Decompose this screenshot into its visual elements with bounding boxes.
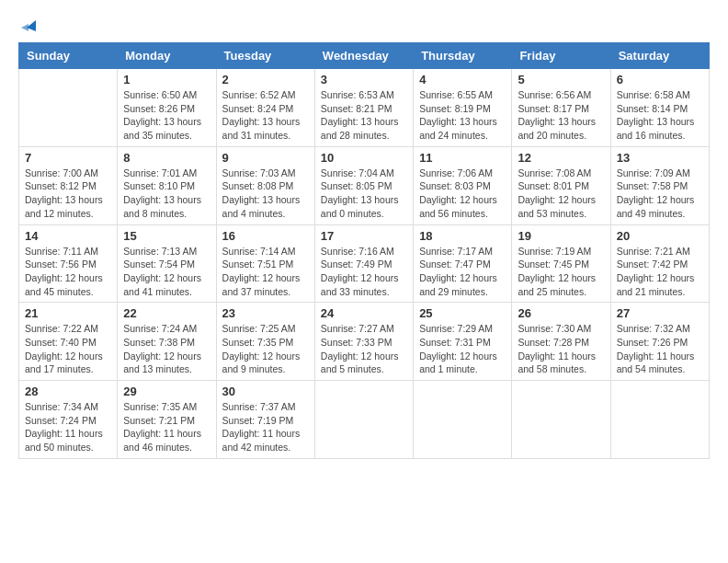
day-number: 13: [617, 151, 703, 165]
day-number: 5: [518, 73, 604, 86]
calendar-cell: 8Sunrise: 7:01 AMSunset: 8:10 PMDaylight…: [118, 146, 216, 224]
day-info-line: Sunrise: 7:27 AM: [321, 322, 407, 336]
day-info-line: Daylight: 12 hours and 33 minutes.: [321, 271, 407, 298]
day-number: 7: [25, 151, 111, 165]
day-info-line: Daylight: 12 hours and 37 minutes.: [222, 271, 309, 298]
day-info-line: Sunrise: 7:08 AM: [518, 167, 604, 180]
day-number: 6: [617, 73, 703, 86]
day-info-line: Daylight: 11 hours and 58 minutes.: [518, 350, 604, 376]
day-number: 24: [321, 306, 407, 320]
day-info-line: Daylight: 13 hours and 8 minutes.: [123, 193, 210, 220]
logo-bird-icon: [19, 18, 36, 35]
day-info-line: Sunset: 8:19 PM: [419, 102, 506, 116]
calendar-header-row: SundayMondayTuesdayWednesdayThursdayFrid…: [19, 43, 710, 69]
day-info-line: Daylight: 13 hours and 4 minutes.: [222, 193, 309, 220]
day-number: 10: [321, 151, 407, 165]
day-info-line: Sunset: 8:14 PM: [617, 102, 703, 116]
day-info-line: Daylight: 12 hours and 25 minutes.: [518, 271, 604, 298]
day-info-line: Daylight: 12 hours and 1 minute.: [419, 350, 506, 376]
day-number: 8: [123, 151, 210, 165]
day-number: 29: [123, 385, 210, 398]
day-info-line: Sunset: 7:35 PM: [222, 336, 309, 350]
calendar-cell: 20Sunrise: 7:21 AMSunset: 7:42 PMDayligh…: [610, 224, 709, 303]
calendar-cell: 9Sunrise: 7:03 AMSunset: 8:08 PMDaylight…: [216, 146, 314, 224]
calendar-week-3: 14Sunrise: 7:11 AMSunset: 7:56 PMDayligh…: [19, 224, 710, 303]
header-thursday: Thursday: [414, 43, 512, 69]
calendar-table: SundayMondayTuesdayWednesdayThursdayFrid…: [18, 42, 710, 459]
day-info-line: Daylight: 12 hours and 53 minutes.: [518, 193, 604, 220]
day-info-line: Sunrise: 7:19 AM: [518, 245, 604, 259]
day-info-line: Sunset: 8:01 PM: [518, 179, 604, 193]
day-info-line: Sunrise: 7:24 AM: [123, 322, 210, 336]
calendar-cell: 24Sunrise: 7:27 AMSunset: 7:33 PMDayligh…: [314, 303, 413, 381]
calendar-cell: 26Sunrise: 7:30 AMSunset: 7:28 PMDayligh…: [512, 303, 610, 381]
day-info-line: Sunset: 7:56 PM: [25, 258, 111, 271]
calendar-cell: 5Sunrise: 6:56 AMSunset: 8:17 PMDaylight…: [512, 69, 610, 147]
day-number: 19: [518, 229, 604, 243]
day-info-line: Daylight: 12 hours and 13 minutes.: [123, 350, 210, 376]
header-monday: Monday: [118, 43, 216, 69]
day-info-line: Sunrise: 7:03 AM: [222, 167, 309, 180]
calendar-cell: 15Sunrise: 7:13 AMSunset: 7:54 PMDayligh…: [118, 224, 216, 303]
calendar-cell: 25Sunrise: 7:29 AMSunset: 7:31 PMDayligh…: [414, 303, 512, 381]
logo: [18, 18, 36, 35]
day-number: 16: [222, 229, 309, 243]
calendar-cell: 13Sunrise: 7:09 AMSunset: 7:58 PMDayligh…: [610, 146, 709, 224]
day-info-line: Sunrise: 7:30 AM: [518, 322, 604, 336]
day-info-line: Sunrise: 7:16 AM: [321, 245, 407, 259]
calendar-cell: 12Sunrise: 7:08 AMSunset: 8:01 PMDayligh…: [512, 146, 610, 224]
calendar-cell: 2Sunrise: 6:52 AMSunset: 8:24 PMDaylight…: [216, 69, 314, 147]
calendar-cell: 30Sunrise: 7:37 AMSunset: 7:19 PMDayligh…: [216, 381, 314, 459]
day-number: 30: [222, 385, 309, 398]
day-info-line: Sunset: 7:58 PM: [617, 179, 703, 193]
header-tuesday: Tuesday: [216, 43, 314, 69]
day-number: 23: [222, 306, 309, 320]
day-info-line: Sunrise: 6:58 AM: [617, 88, 703, 102]
day-info-line: Sunrise: 7:35 AM: [123, 400, 210, 414]
day-number: 15: [123, 229, 210, 243]
day-info-line: Sunrise: 7:25 AM: [222, 322, 309, 336]
day-info-line: Sunrise: 7:01 AM: [123, 167, 210, 180]
day-info-line: Daylight: 13 hours and 31 minutes.: [222, 115, 309, 142]
day-number: 27: [617, 306, 703, 320]
day-info-line: Daylight: 13 hours and 20 minutes.: [518, 115, 604, 142]
calendar-cell: [610, 381, 709, 459]
day-info-line: Sunrise: 6:56 AM: [518, 88, 604, 102]
day-info-line: Daylight: 12 hours and 49 minutes.: [617, 193, 703, 220]
calendar-cell: 6Sunrise: 6:58 AMSunset: 8:14 PMDaylight…: [610, 69, 709, 147]
calendar-cell: [19, 69, 118, 147]
day-info-line: Daylight: 13 hours and 12 minutes.: [25, 193, 111, 220]
day-info-line: Daylight: 13 hours and 0 minutes.: [321, 193, 407, 220]
day-info-line: Sunrise: 7:34 AM: [25, 400, 111, 414]
calendar-week-2: 7Sunrise: 7:00 AMSunset: 8:12 PMDaylight…: [19, 146, 710, 224]
day-info-line: Sunrise: 6:52 AM: [222, 88, 309, 102]
calendar-cell: 19Sunrise: 7:19 AMSunset: 7:45 PMDayligh…: [512, 224, 610, 303]
day-info-line: Sunset: 7:42 PM: [617, 258, 703, 271]
day-info-line: Sunrise: 7:09 AM: [617, 167, 703, 180]
calendar-cell: 29Sunrise: 7:35 AMSunset: 7:21 PMDayligh…: [118, 381, 216, 459]
day-info-line: Daylight: 13 hours and 35 minutes.: [123, 115, 210, 142]
day-info-line: Sunrise: 7:04 AM: [321, 167, 407, 180]
day-info-line: Sunrise: 7:29 AM: [419, 322, 506, 336]
day-info-line: Sunset: 7:21 PM: [123, 414, 210, 428]
day-info-line: Sunset: 7:24 PM: [25, 414, 111, 428]
day-info-line: Daylight: 12 hours and 5 minutes.: [321, 350, 407, 376]
day-info-line: Daylight: 11 hours and 46 minutes.: [123, 427, 210, 454]
day-info-line: Sunset: 7:49 PM: [321, 258, 407, 271]
day-info-line: Daylight: 12 hours and 9 minutes.: [222, 350, 309, 376]
day-info-line: Sunrise: 7:14 AM: [222, 245, 309, 259]
day-info-line: Daylight: 13 hours and 28 minutes.: [321, 115, 407, 142]
day-number: 22: [123, 306, 210, 320]
day-info-line: Daylight: 13 hours and 24 minutes.: [419, 115, 506, 142]
calendar-cell: 23Sunrise: 7:25 AMSunset: 7:35 PMDayligh…: [216, 303, 314, 381]
day-info-line: Sunrise: 7:00 AM: [25, 167, 111, 180]
calendar-cell: [414, 381, 512, 459]
day-number: 1: [123, 73, 210, 86]
day-info-line: Sunrise: 7:17 AM: [419, 245, 506, 259]
day-info-line: Sunrise: 7:11 AM: [25, 245, 111, 259]
day-number: 26: [518, 306, 604, 320]
calendar-cell: 10Sunrise: 7:04 AMSunset: 8:05 PMDayligh…: [314, 146, 413, 224]
day-info-line: Sunrise: 7:21 AM: [617, 245, 703, 259]
calendar-cell: [512, 381, 610, 459]
day-number: 14: [25, 229, 111, 243]
